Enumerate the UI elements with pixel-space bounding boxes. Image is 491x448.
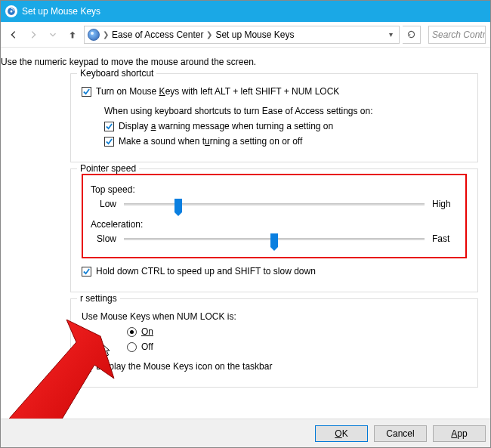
make-sound-row: Make a sound when turning a setting on o… — [104, 136, 467, 147]
cancel-button[interactable]: Cancel — [374, 425, 427, 442]
numlock-on-label: On — [141, 326, 153, 337]
navbar: ❯ Ease of Access Center ❯ Set up Mouse K… — [1, 22, 490, 48]
display-warning-label: Display a warning message when turning a… — [119, 121, 333, 131]
search-input[interactable]: Search Contr — [428, 26, 486, 44]
taskbar-icon-checkbox[interactable] — [82, 362, 91, 372]
display-warning-row: Display a warning message when turning a… — [104, 121, 467, 131]
acceleration-slider-row: Slow Fast — [91, 233, 458, 245]
highlight-box: Top speed: Low High Acceleration: Slow F… — [82, 174, 467, 258]
group-legend: Keyboard shortcut — [77, 68, 156, 79]
turn-on-mouse-keys-label: Turn on Mouse Keys with left ALT + left … — [96, 86, 339, 97]
taskbar-icon-row: Display the Mouse Keys icon on the taskb… — [82, 361, 467, 372]
numlock-on-row: On — [127, 326, 467, 337]
acceleration-label: Acceleration: — [91, 219, 458, 230]
window-title: Set up Mouse Keys — [22, 6, 100, 17]
turn-on-mouse-keys-checkbox[interactable] — [82, 87, 91, 97]
other-settings-group: r settings Use Mouse Keys when NUM LOCK … — [70, 298, 478, 388]
numlock-off-row: Off — [127, 341, 467, 352]
slider-thumb[interactable] — [270, 233, 278, 247]
content-area: Use the numeric keypad to move the mouse… — [1, 48, 490, 419]
top-speed-label: Top speed: — [91, 184, 458, 195]
svg-point-1 — [11, 11, 13, 13]
ok-button[interactable]: OK — [315, 425, 368, 442]
hold-ctrl-row: Hold down CTRL to speed up and SHIFT to … — [82, 266, 467, 277]
taskbar-icon-label: Display the Mouse Keys icon on the taskb… — [96, 361, 272, 372]
hold-ctrl-label: Hold down CTRL to speed up and SHIFT to … — [96, 266, 316, 277]
address-dropdown[interactable]: ▾ — [386, 30, 396, 39]
up-button[interactable] — [64, 26, 81, 43]
group-legend: Pointer speed — [77, 163, 139, 174]
slider-low-label: Low — [91, 199, 124, 209]
numlock-on-radio[interactable] — [127, 327, 137, 337]
forward-button[interactable] — [25, 26, 42, 43]
numlock-label: Use Mouse Keys when NUM LOCK is: — [82, 311, 467, 322]
keyboard-shortcut-group: Keyboard shortcut Turn on Mouse Keys wit… — [70, 73, 478, 162]
intro-text: Use the numeric keypad to move the mouse… — [1, 57, 490, 67]
slider-high-label: High — [425, 199, 458, 209]
make-sound-label: Make a sound when turning a setting on o… — [119, 136, 302, 147]
display-warning-checkbox[interactable] — [104, 122, 114, 131]
numlock-off-label: Off — [141, 341, 153, 352]
chevron-icon: ❯ — [206, 30, 212, 39]
back-button[interactable] — [5, 26, 22, 43]
app-icon — [5, 5, 17, 17]
address-bar[interactable]: ❯ Ease of Access Center ❯ Set up Mouse K… — [84, 26, 400, 44]
control-panel-icon — [88, 29, 100, 41]
breadcrumb-item[interactable]: Ease of Access Center — [112, 29, 203, 40]
titlebar: Set up Mouse Keys — [1, 1, 490, 22]
top-speed-slider[interactable] — [124, 198, 425, 210]
shortcut-note: When using keyboard shortcuts to turn Ea… — [104, 106, 467, 116]
pointer-speed-group: Pointer speed Top speed: Low High Accele… — [70, 168, 478, 292]
group-legend: r settings — [77, 293, 120, 304]
acceleration-slider[interactable] — [124, 233, 425, 245]
top-speed-slider-row: Low High — [91, 198, 458, 210]
turn-on-mouse-keys-row: Turn on Mouse Keys with left ALT + left … — [82, 86, 467, 97]
slider-fast-label: Fast — [425, 233, 458, 244]
apply-button[interactable]: App — [433, 425, 486, 442]
recent-dropdown[interactable] — [45, 26, 61, 43]
chevron-icon: ❯ — [103, 30, 109, 39]
numlock-off-radio[interactable] — [127, 342, 137, 352]
search-placeholder: Search Contr — [432, 29, 486, 40]
make-sound-checkbox[interactable] — [104, 137, 114, 147]
breadcrumb-item[interactable]: Set up Mouse Keys — [215, 29, 294, 40]
slider-slow-label: Slow — [91, 233, 124, 244]
slider-thumb[interactable] — [174, 199, 182, 212]
refresh-button[interactable] — [403, 26, 421, 44]
hold-ctrl-checkbox[interactable] — [82, 267, 91, 277]
button-bar: OK Cancel App — [1, 419, 490, 447]
